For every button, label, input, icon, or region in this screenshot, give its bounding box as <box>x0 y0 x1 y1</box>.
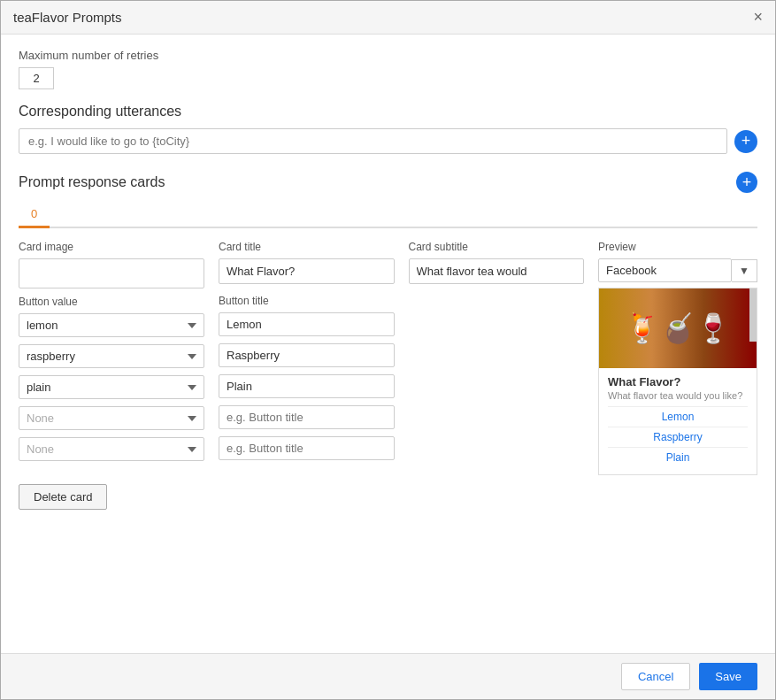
btn-value-select-4[interactable]: None <box>19 437 204 461</box>
card-subtitle-label: Card subtitle <box>409 241 585 253</box>
btn-title-input-0[interactable] <box>219 312 395 336</box>
prompt-cards-header: Prompt response cards + <box>19 172 757 193</box>
utterances-title: Corresponding utterances <box>19 104 757 119</box>
retries-value: 2 <box>19 67 54 89</box>
add-card-button[interactable]: + <box>736 172 757 193</box>
cancel-button[interactable]: Cancel <box>621 663 690 690</box>
modal-header: teaFlavor Prompts × <box>1 1 775 35</box>
utterances-section: Corresponding utterances + <box>19 104 757 154</box>
preview-col: Preview Facebook ▼ 🍹 🧉 <box>598 241 757 475</box>
button-value-label: Button value <box>19 296 204 308</box>
prompt-cards-section: Prompt response cards + 0 Card image But… <box>19 172 757 510</box>
preview-card-subtitle: What flavor tea would you like? <box>608 390 748 401</box>
card-grid: Card image Button value lemon raspberry <box>19 241 757 475</box>
btn-title-input-2[interactable] <box>219 374 395 398</box>
delete-card-button[interactable]: Delete card <box>19 484 107 510</box>
btn-title-input-4[interactable] <box>219 436 395 460</box>
preview-card-image: 🍹 🧉 🍷 <box>599 288 757 368</box>
preview-card-outer: 🍹 🧉 🍷 What Flavor? What flavor tea would… <box>598 288 757 475</box>
add-utterance-button[interactable]: + <box>734 130 757 153</box>
btn-value-select-3[interactable]: None <box>19 406 204 430</box>
preview-scrollbar-thumb <box>749 288 757 342</box>
tab-bar: 0 <box>19 202 757 228</box>
btn-title-input-1[interactable] <box>219 343 395 367</box>
close-button[interactable]: × <box>753 8 763 27</box>
preview-btn-plain[interactable]: Plain <box>608 447 748 467</box>
btn-value-row-3: None <box>19 406 204 430</box>
card-subtitle-input[interactable] <box>409 258 585 284</box>
btn-value-select-1[interactable]: raspberry <box>19 344 204 368</box>
preview-label: Preview <box>598 241 757 253</box>
prompt-cards-title: Prompt response cards <box>19 174 165 190</box>
modal-footer: Cancel Save <box>1 653 775 699</box>
preview-dropdown-row: Facebook ▼ <box>598 258 757 282</box>
utterance-input[interactable] <box>19 128 727 154</box>
btn-title-input-3[interactable] <box>219 405 395 429</box>
tea-glass-icon-3: 🍷 <box>695 312 731 345</box>
utterance-row: + <box>19 128 757 154</box>
preview-scroll-area[interactable]: 🍹 🧉 🍷 What Flavor? What flavor tea would… <box>599 288 757 474</box>
preview-btn-lemon[interactable]: Lemon <box>608 406 748 427</box>
card-image-label: Card image <box>19 241 204 253</box>
btn-value-select-0[interactable]: lemon <box>19 313 204 337</box>
card-subtitle-col: Card subtitle <box>409 241 585 475</box>
preview-btn-raspberry[interactable]: Raspberry <box>608 427 748 447</box>
modal-container: teaFlavor Prompts × Maximum number of re… <box>0 0 776 700</box>
preview-platform-select[interactable]: Facebook <box>598 258 732 282</box>
preview-card-body: What Flavor? What flavor tea would you l… <box>599 368 757 474</box>
btn-value-row-1: raspberry <box>19 344 204 368</box>
retries-label: Maximum number of retries <box>19 49 757 62</box>
save-button[interactable]: Save <box>699 663 757 690</box>
preview-card-title: What Flavor? <box>608 375 748 388</box>
btn-value-row-0: lemon <box>19 313 204 337</box>
tab-0[interactable]: 0 <box>19 202 50 228</box>
button-title-label: Button title <box>219 295 395 307</box>
btn-value-row-4: None <box>19 437 204 461</box>
btn-value-select-2[interactable]: plain <box>19 375 204 399</box>
card-image-input[interactable] <box>19 258 204 288</box>
preview-dropdown-arrow-icon[interactable]: ▼ <box>732 259 757 282</box>
card-image-col: Card image Button value lemon raspberry <box>19 241 204 475</box>
card-title-label: Card title <box>219 241 395 253</box>
modal-title: teaFlavor Prompts <box>13 10 122 25</box>
tea-glass-icon-2: 🧉 <box>660 312 695 345</box>
retries-section: Maximum number of retries 2 <box>19 49 757 89</box>
btn-value-row-2: plain <box>19 375 204 399</box>
card-title-col: Card title Button title <box>219 241 395 475</box>
tea-glass-icon-1: 🍹 <box>625 312 660 345</box>
modal-body: Maximum number of retries 2 Correspondin… <box>1 35 775 653</box>
card-title-input[interactable] <box>219 258 395 284</box>
